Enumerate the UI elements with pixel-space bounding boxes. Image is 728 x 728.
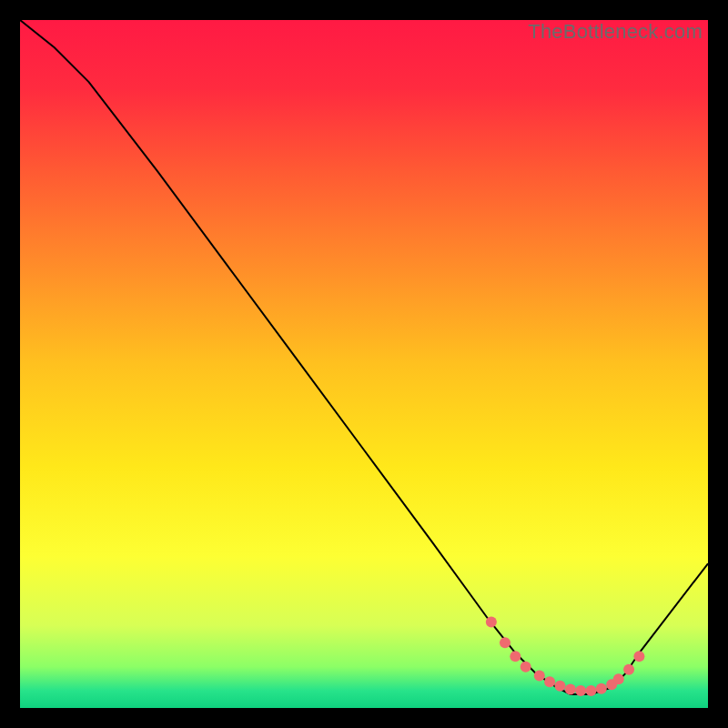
- chart-marker: [613, 673, 624, 684]
- chart-marker: [486, 617, 497, 628]
- chart-marker: [500, 637, 511, 648]
- chart-marker: [534, 670, 545, 681]
- chart-marker: [565, 684, 576, 695]
- chart-svg: [20, 20, 708, 708]
- chart-marker: [510, 651, 521, 662]
- chart-frame: TheBottleneck.com: [20, 20, 708, 708]
- chart-marker: [575, 685, 586, 696]
- chart-marker: [633, 651, 644, 662]
- chart-marker: [521, 662, 531, 672]
- chart-marker: [585, 685, 596, 696]
- chart-marker: [544, 676, 555, 687]
- chart-marker: [554, 681, 565, 692]
- watermark-text: TheBottleneck.com: [528, 20, 703, 44]
- chart-background: [20, 20, 708, 708]
- chart-marker: [596, 683, 607, 694]
- chart-marker: [623, 664, 634, 675]
